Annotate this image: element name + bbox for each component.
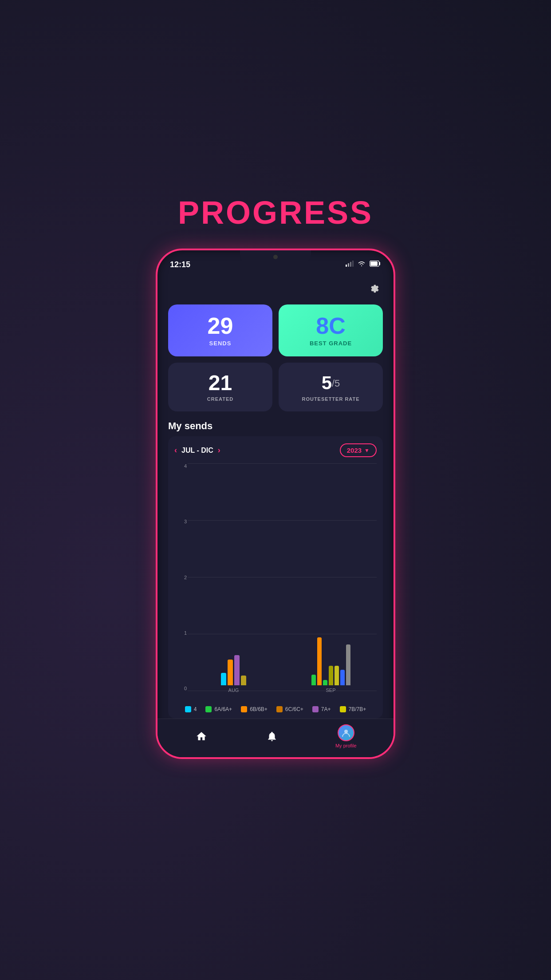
legend-dot [340,706,346,712]
legend-item-4: 4 [185,706,197,712]
created-value: 21 [209,372,232,394]
chart-period: JUL - DIC [181,447,213,454]
aug-bars [221,632,246,685]
sends-label: SENDS [209,340,232,347]
best-grade-value: 8C [316,314,345,337]
battery-icon [370,261,381,269]
legend-item-6a: 6A/6A+ [205,706,232,712]
settings-button[interactable] [364,280,383,298]
sep-label: SEP [326,688,335,693]
page-title: PROGRESS [178,194,373,231]
prev-period-button[interactable]: ‹ [174,446,177,455]
best-grade-label: BEST GRADE [310,340,352,347]
rate-denom: /5 [332,378,340,389]
sends-card: 29 SENDS [168,304,272,356]
bar [234,655,240,685]
profile-label: My profile [335,743,357,748]
profile-avatar [338,724,354,741]
bar [335,666,339,685]
bar [340,670,345,685]
sends-value: 29 [208,314,233,337]
stats-grid: 29 SENDS 8C BEST GRADE 21 CREATED 5/5 [168,304,383,411]
bar [317,637,322,685]
legend-label: 7A+ [321,706,331,712]
bar [346,644,350,685]
sep-bars [311,632,350,685]
svg-point-6 [344,730,348,733]
bottom-nav: My profile [157,719,394,757]
svg-rect-1 [348,263,349,267]
created-label: CREATED [207,396,233,402]
routesetter-rate-card: 5/5 ROUTESETTER RATE [279,363,383,411]
legend-item-6c: 6C/6C+ [276,706,303,712]
legend-dot [205,706,212,712]
legend-dot [312,706,319,712]
gear-icon [367,283,380,295]
svg-rect-0 [346,265,347,267]
legend-dot [276,706,283,712]
bar [228,660,233,685]
bar [221,673,226,685]
legend-label: 4 [194,706,197,712]
bar [241,676,246,685]
y-axis: 4 3 2 1 0 [174,463,187,691]
phone-frame: 12:15 [156,249,395,759]
notifications-nav-item[interactable] [265,729,279,743]
legend-item-7b: 7B/7B+ [340,706,366,712]
month-sep: SEP [285,632,377,693]
chart-legend: 4 6A/6A+ 6B/6B+ 6C/6C+ [174,706,377,712]
created-card: 21 CREATED [168,363,272,411]
chart-nav: ‹ JUL - DIC › [174,446,220,455]
bar [323,680,327,685]
legend-label: 6A/6A+ [214,706,232,712]
legend-item-7a: 7A+ [312,706,331,712]
best-grade-card: 8C BEST GRADE [279,304,383,356]
top-bar [168,277,383,301]
status-icons [346,261,381,269]
aug-label: AUG [228,688,239,693]
bar [329,666,333,685]
svg-rect-5 [370,261,378,266]
svg-rect-2 [350,262,351,267]
bar [311,675,316,685]
year-value: 2023 [347,447,362,454]
month-aug: AUG [188,632,279,693]
legend-label: 7B/7B+ [349,706,366,712]
home-nav-item[interactable] [194,729,209,743]
wifi-icon [357,261,366,269]
dropdown-arrow-icon: ▼ [364,447,370,454]
phone-notch [240,250,311,264]
rate-label: ROUTESETTER RATE [302,396,359,402]
chart-header: ‹ JUL - DIC › 2023 ▼ [174,443,377,457]
legend-dot [241,706,247,712]
legend-dot [185,706,191,712]
my-sends-title: My sends [168,420,383,432]
bar-chart: 4 3 2 1 0 [174,463,377,712]
legend-label: 6C/6C+ [285,706,303,712]
legend-item-6b: 6B/6B+ [241,706,268,712]
rate-value: 5 [322,372,332,393]
signal-icon [346,261,354,269]
svg-rect-3 [352,261,354,267]
chart-container: ‹ JUL - DIC › 2023 ▼ 4 3 [168,436,383,719]
year-selector[interactable]: 2023 ▼ [340,443,377,457]
next-period-button[interactable]: › [218,446,220,455]
home-icon [194,729,209,743]
profile-nav-item[interactable]: My profile [335,724,357,748]
bell-icon [265,729,279,743]
legend-label: 6B/6B+ [250,706,268,712]
status-time: 12:15 [170,260,190,269]
